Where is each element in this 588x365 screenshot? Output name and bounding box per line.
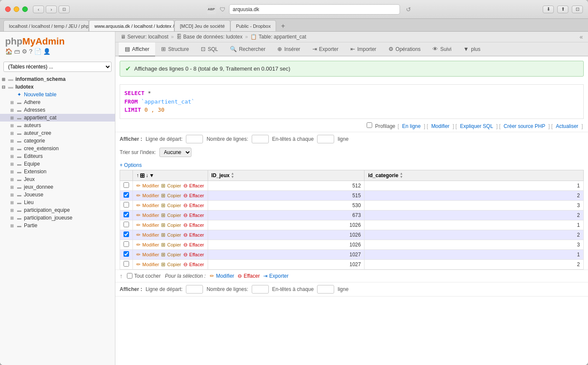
- bottom-exporter-button[interactable]: ⇥ Exporter: [263, 273, 288, 279]
- delete-button[interactable]: ⊖ Effacer: [183, 213, 204, 218]
- options-link[interactable]: + Options: [115, 160, 588, 170]
- delete-button[interactable]: ⊖ Effacer: [183, 193, 204, 198]
- sidebar-item-joueuse[interactable]: ⊞ ▬ Joueuse: [0, 191, 115, 199]
- nombre-lignes-input[interactable]: 30: [252, 135, 269, 143]
- download-button[interactable]: ⬇: [543, 6, 554, 13]
- row-checkbox[interactable]: [123, 222, 129, 227]
- copy-button[interactable]: ⊞ Copier: [161, 223, 182, 228]
- delete-button[interactable]: ⊖ Effacer: [183, 232, 204, 237]
- tab-suivi[interactable]: 👁 Suivi: [426, 42, 457, 56]
- modify-button[interactable]: ✏ Modifier: [136, 252, 160, 257]
- browser-tab-1[interactable]: www.arquusia.dk / localhost / ludotex / …: [89, 20, 174, 31]
- ligne-depart-input-bottom[interactable]: 0: [186, 285, 203, 294]
- delete-button[interactable]: ⊖ Effacer: [183, 262, 204, 267]
- sidebar-item-appartient-cat[interactable]: ⊞ ▬ appartient_cat: [0, 114, 115, 122]
- minimize-button[interactable]: [14, 6, 19, 12]
- breadcrumb-table[interactable]: Table: appartient_cat: [259, 34, 306, 40]
- copy-button[interactable]: ⊞ Copier: [161, 252, 182, 257]
- sort-select[interactable]: Aucune: [159, 148, 191, 157]
- delete-button[interactable]: ⊖ Effacer: [183, 203, 204, 208]
- sidebar-item-auteur-cree[interactable]: ⊞ ▬ auteur_cree: [0, 129, 115, 137]
- sidebar-item-participation-equipe[interactable]: ⊞ ▬ participation_equipe: [0, 206, 115, 214]
- modify-button[interactable]: ✏ Modifier: [136, 232, 160, 237]
- profilage-checkbox[interactable]: [367, 122, 372, 128]
- delete-button[interactable]: ⊖ Effacer: [183, 252, 204, 257]
- check-all-checkbox[interactable]: [127, 273, 132, 279]
- copy-button[interactable]: ⊞ Copier: [161, 203, 182, 208]
- nombre-lignes-input-bottom[interactable]: 30: [252, 285, 269, 294]
- sidebar-item-information-schema[interactable]: ⊞ ▬ information_schema: [0, 75, 115, 83]
- sidebar-item-editeurs[interactable]: ⊞ ▬ Editeurs: [0, 152, 115, 160]
- new-tab-button[interactable]: +: [278, 21, 288, 31]
- sidebar-item-adresses[interactable]: ⊞ ▬ Adresses: [0, 106, 115, 114]
- sidebar-item-participation-joueuse[interactable]: ⊞ ▬ participation_joueuse: [0, 214, 115, 222]
- sidebar-item-auteurs[interactable]: ⊞ ▬ auteurs: [0, 122, 115, 129]
- creer-php-link[interactable]: Créer source PHP: [504, 123, 545, 129]
- sidebar-item-cree-extension[interactable]: ⊞ ▬ cree_extension: [0, 145, 115, 152]
- share-button[interactable]: ⬆: [557, 6, 568, 13]
- modify-button[interactable]: ✏ Modifier: [136, 242, 160, 247]
- copy-button[interactable]: ⊞ Copier: [161, 232, 182, 237]
- sidebar-item-jeux[interactable]: ⊞ ▬ Jeux: [0, 175, 115, 183]
- breadcrumb-server[interactable]: Serveur: localhost: [127, 34, 168, 40]
- browser-tab-3[interactable]: Public - Dropbox: [230, 20, 276, 31]
- home-icon[interactable]: 🏠: [5, 48, 12, 55]
- sidebar-item-equipe[interactable]: ⊞ ▬ Equipe: [0, 160, 115, 168]
- ligne-depart-input[interactable]: 0: [186, 135, 203, 143]
- user-icon[interactable]: 👤: [43, 48, 50, 55]
- settings-icon[interactable]: ⚙: [22, 48, 27, 55]
- modify-button[interactable]: ✏ Modifier: [136, 223, 160, 228]
- sidebar-item-jeux-donnee[interactable]: ⊞ ▬ jeux_donnee: [0, 183, 115, 191]
- th-id-categorie[interactable]: id_categorie ▲▼: [365, 170, 584, 181]
- modify-button[interactable]: ✏ Modifier: [136, 262, 160, 267]
- bottom-modifier-button[interactable]: ✏ Modifier: [210, 273, 234, 279]
- window-button[interactable]: ⊡: [59, 6, 70, 13]
- copy-button[interactable]: ⊞ Copier: [161, 213, 182, 218]
- copy-button[interactable]: ⊞ Copier: [161, 262, 182, 267]
- collapse-icon[interactable]: «: [579, 33, 583, 40]
- browser-tab-2[interactable]: [MCD] Jeu de société: [174, 20, 230, 31]
- modify-button[interactable]: ✏ Modifier: [136, 213, 160, 218]
- en-ligne-link[interactable]: En ligne: [402, 123, 420, 129]
- row-checkbox[interactable]: [123, 212, 129, 217]
- copy-button[interactable]: ⊞ Copier: [161, 193, 182, 198]
- delete-button[interactable]: ⊖ Effacer: [183, 183, 204, 188]
- reload-button[interactable]: ↺: [406, 6, 411, 13]
- row-checkbox[interactable]: [123, 182, 129, 188]
- row-checkbox[interactable]: [123, 202, 129, 208]
- copy-button[interactable]: ⊞ Copier: [161, 183, 182, 188]
- sidebar-item-nouvelle-table[interactable]: ✦ Nouvelle table: [0, 91, 115, 98]
- forward-button[interactable]: ›: [46, 6, 57, 13]
- docs-icon[interactable]: 📄: [34, 48, 41, 55]
- copy-button[interactable]: ⊞ Copier: [161, 242, 182, 247]
- sidebar-item-categorie[interactable]: ⊞ ▬ categorie: [0, 137, 115, 145]
- bottom-effacer-button[interactable]: ⊖ Effacer: [238, 273, 260, 279]
- row-checkbox[interactable]: [123, 231, 129, 237]
- en-tetes-input-bottom[interactable]: 100: [317, 285, 334, 294]
- delete-button[interactable]: ⊖ Effacer: [183, 242, 204, 247]
- modify-button[interactable]: ✏ Modifier: [136, 203, 160, 208]
- tab-afficher[interactable]: ▤ Afficher: [119, 42, 155, 56]
- expliquer-link[interactable]: Expliquer SQL: [460, 123, 493, 129]
- th-id-jeux[interactable]: ID_jeux ▲▼: [208, 170, 365, 181]
- row-checkbox[interactable]: [123, 192, 129, 198]
- sidebar-item-extension[interactable]: ⊞ ▬ Extension: [0, 168, 115, 175]
- sidebar-item-lieu[interactable]: ⊞ ▬ Lieu: [0, 199, 115, 206]
- modify-button[interactable]: ✏ Modifier: [136, 193, 160, 198]
- breadcrumb-db[interactable]: Base de données: ludotex: [183, 34, 243, 40]
- db-select[interactable]: (Tables récentes) ...: [3, 62, 112, 72]
- close-button[interactable]: [5, 6, 11, 12]
- row-checkbox[interactable]: [123, 251, 129, 257]
- modify-button[interactable]: ✏ Modifier: [136, 183, 160, 188]
- tab-plus[interactable]: ▼ plus: [457, 42, 486, 56]
- browser-tab-0[interactable]: localhost / localhost / temp / JEU / php…: [3, 20, 89, 31]
- sidebar-item-adhere[interactable]: ⊞ ▬ Adhere: [0, 98, 115, 106]
- tab-importer[interactable]: ⇤ Importer: [344, 42, 382, 56]
- tab-rechercher[interactable]: 🔍 Rechercher: [224, 42, 271, 56]
- tab-inserer[interactable]: ⊕ Insérer: [271, 42, 306, 56]
- back-button[interactable]: ‹: [33, 6, 44, 13]
- sidebar-toggle-button[interactable]: ⊡: [572, 6, 583, 13]
- tab-structure[interactable]: ⊞ Structure: [155, 42, 195, 56]
- en-tetes-input[interactable]: 100: [317, 135, 334, 143]
- actualiser-link[interactable]: Actualiser: [556, 123, 579, 129]
